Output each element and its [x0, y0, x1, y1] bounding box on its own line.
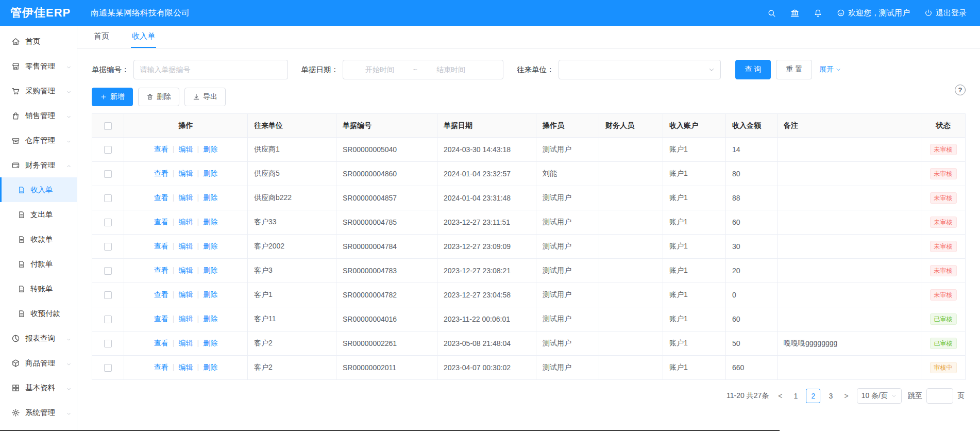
reset-button[interactable]: 重 置 — [776, 60, 812, 79]
row-action-delete[interactable]: 删除 — [203, 169, 217, 177]
sidebar-item-basic[interactable]: 基本资料 — [0, 375, 77, 400]
row-action-view[interactable]: 查看 — [154, 145, 168, 153]
search-button[interactable]: 查 询 — [735, 60, 771, 79]
row-action-delete[interactable]: 删除 — [203, 290, 217, 299]
expand-filters-link[interactable]: 展开 — [819, 65, 841, 74]
row-action-delete[interactable]: 删除 — [203, 266, 217, 274]
row-action-delete[interactable]: 删除 — [203, 193, 217, 202]
sidebar-item-retail[interactable]: 零售管理 — [0, 54, 77, 78]
bill-date-label: 单据日期： — [301, 65, 339, 75]
row-checkbox[interactable] — [104, 194, 112, 202]
row-action-edit[interactable]: 编辑 — [179, 266, 193, 274]
row-action-edit[interactable]: 编辑 — [179, 290, 193, 299]
sidebar-item-finance[interactable]: 财务管理 — [0, 153, 77, 177]
cell-operator: 测试用户 — [536, 235, 599, 259]
row-action-view[interactable]: 查看 — [154, 290, 168, 299]
column-header-amount: 收入金额 — [726, 114, 778, 138]
cell-operator: 测试用户 — [536, 356, 599, 380]
page-button-1[interactable]: 1 — [788, 389, 803, 403]
row-checkbox[interactable] — [104, 316, 112, 323]
tab-income-bill[interactable]: 收入单 — [131, 31, 156, 48]
row-checkbox[interactable] — [104, 267, 112, 275]
row-action-delete[interactable]: 删除 — [203, 242, 217, 250]
sidebar-subitem-expense-bill[interactable]: 支出单 — [0, 202, 77, 227]
cell-status: 已审核 — [921, 331, 966, 356]
row-action-edit[interactable]: 编辑 — [179, 339, 193, 347]
row-checkbox[interactable] — [104, 146, 112, 154]
row-action-view[interactable]: 查看 — [154, 169, 168, 177]
export-button[interactable]: 导出 — [184, 88, 226, 106]
date-range-picker[interactable]: ~ — [343, 60, 503, 79]
delete-button[interactable]: 删除 — [138, 88, 179, 106]
plus-icon — [100, 93, 107, 101]
add-button[interactable]: 新增 — [92, 88, 133, 106]
sidebar-item-purchase[interactable]: 采购管理 — [0, 78, 77, 103]
row-action-view[interactable]: 查看 — [154, 363, 168, 371]
sidebar-subitem-transfer-bill[interactable]: 转账单 — [0, 276, 77, 301]
logout-text: 退出登录 — [936, 8, 967, 18]
cell-remark — [778, 235, 921, 259]
row-action-edit[interactable]: 编辑 — [179, 193, 193, 202]
sidebar-subitem-advance-receipt[interactable]: 收预付款 — [0, 301, 77, 326]
help-icon[interactable]: ? — [955, 85, 966, 95]
row-action-view[interactable]: 查看 — [154, 339, 168, 347]
row-checkbox[interactable] — [104, 291, 112, 299]
row-action-delete[interactable]: 删除 — [203, 314, 217, 323]
row-action-delete[interactable]: 删除 — [203, 339, 217, 347]
sidebar-item-sales[interactable]: 销售管理 — [0, 103, 77, 128]
row-action-delete[interactable]: 删除 — [203, 145, 217, 153]
row-action-view[interactable]: 查看 — [154, 266, 168, 274]
status-badge: 未审核 — [930, 144, 957, 155]
cell-amount: 88 — [726, 186, 778, 210]
row-action-view[interactable]: 查看 — [154, 193, 168, 202]
jump-page-input[interactable] — [926, 388, 953, 404]
row-action-edit[interactable]: 编辑 — [179, 218, 193, 226]
bell-icon[interactable] — [814, 9, 822, 18]
sidebar-subitem-payment-bill[interactable]: 付款单 — [0, 252, 77, 276]
row-action-view[interactable]: 查看 — [154, 218, 168, 226]
search-icon[interactable] — [767, 9, 776, 18]
row-checkbox[interactable] — [104, 219, 112, 226]
sidebar-item-label: 收款单 — [30, 235, 72, 244]
row-action-edit[interactable]: 编辑 — [179, 145, 193, 153]
row-action-delete[interactable]: 删除 — [203, 363, 217, 371]
table-row: 查看|编辑|删除供应商b222SR000000048572024-01-04 2… — [92, 186, 966, 210]
row-checkbox[interactable] — [104, 364, 112, 372]
status-badge: 已审核 — [930, 338, 957, 349]
prev-page-button[interactable]: < — [776, 392, 784, 400]
page-button-2[interactable]: 2 — [806, 389, 820, 403]
row-checkbox[interactable] — [104, 170, 112, 178]
date-start-input[interactable] — [348, 65, 411, 74]
unit-select[interactable] — [559, 60, 721, 79]
user-welcome[interactable]: 欢迎您，测试用户 — [837, 8, 910, 18]
date-end-input[interactable] — [419, 65, 482, 74]
row-checkbox[interactable] — [104, 243, 112, 251]
row-action-edit[interactable]: 编辑 — [179, 314, 193, 323]
next-page-button[interactable]: > — [842, 392, 850, 400]
sidebar-subitem-receipt-bill[interactable]: 收款单 — [0, 227, 77, 252]
sidebar-item-system[interactable]: 系统管理 — [0, 400, 77, 425]
page-size-select[interactable]: 10 条/页 — [857, 388, 902, 404]
bill-code-input[interactable] — [133, 60, 288, 79]
shop-icon — [11, 62, 20, 71]
row-action-delete[interactable]: 删除 — [203, 218, 217, 226]
row-action-edit[interactable]: 编辑 — [179, 242, 193, 250]
building-icon[interactable] — [790, 9, 799, 18]
row-action-edit[interactable]: 编辑 — [179, 169, 193, 177]
page-button-3[interactable]: 3 — [823, 389, 838, 403]
sidebar-item-label: 转账单 — [30, 284, 72, 294]
row-actions-cell: 查看|编辑|删除 — [124, 138, 248, 162]
row-checkbox[interactable] — [104, 340, 112, 347]
logout-button[interactable]: 退出登录 — [924, 8, 967, 18]
row-action-view[interactable]: 查看 — [154, 242, 168, 250]
select-all-checkbox[interactable] — [104, 122, 112, 130]
sidebar-item-report[interactable]: 报表查询 — [0, 326, 77, 351]
tab-home[interactable]: 首页 — [93, 31, 110, 48]
row-action-view[interactable]: 查看 — [154, 314, 168, 323]
sidebar-item-warehouse[interactable]: 仓库管理 — [0, 128, 77, 153]
sidebar-item-goods[interactable]: 商品管理 — [0, 351, 77, 375]
sidebar-item-home[interactable]: 首页 — [0, 29, 77, 54]
sidebar-subitem-income-bill[interactable]: 收入单 — [0, 177, 77, 202]
cell-remark — [778, 259, 921, 283]
row-action-edit[interactable]: 编辑 — [179, 363, 193, 371]
